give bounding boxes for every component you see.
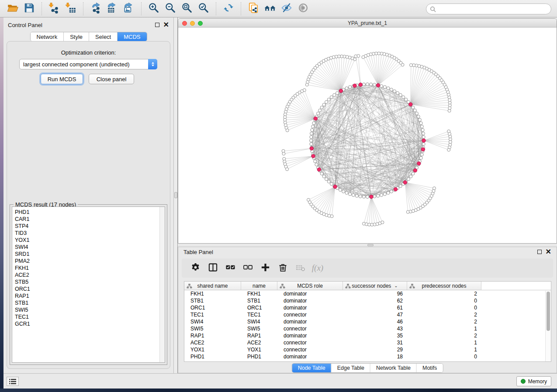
close-panel-button[interactable]: Close panel	[89, 74, 134, 84]
zoom-in-icon[interactable]	[148, 2, 159, 15]
columns-icon[interactable]	[208, 262, 218, 274]
horizontal-splitter[interactable]	[178, 244, 557, 247]
table-scrollbar[interactable]	[545, 291, 551, 361]
mcds-result-item[interactable]: GCR1	[15, 320, 165, 327]
mcds-result-item[interactable]: STB1	[15, 299, 165, 306]
mcds-result-item[interactable]: STB5	[15, 279, 165, 285]
hide-selected-button[interactable]	[280, 2, 293, 15]
tab-node-table[interactable]: Node Table	[292, 364, 332, 372]
table-row[interactable]: RAP1RAP1dominator352	[184, 332, 551, 339]
select-all-icon[interactable]	[225, 262, 235, 274]
delete-icon[interactable]	[278, 262, 288, 274]
search-box[interactable]	[426, 3, 551, 14]
settings-gear-button[interactable]	[188, 261, 203, 275]
tab-select[interactable]: Select	[89, 32, 118, 41]
mcds-result-item[interactable]: SWI4	[15, 244, 165, 251]
cytopanel-toggle-button[interactable]	[7, 377, 19, 386]
zoom-fit-button[interactable]	[180, 2, 194, 15]
tab-motifs[interactable]: Motifs	[417, 364, 443, 372]
tab-edge-table[interactable]: Edge Table	[332, 364, 370, 372]
zoom-selected-icon[interactable]	[198, 2, 209, 15]
table-row[interactable]: SWI5SWI5connector431	[184, 325, 551, 332]
float-window-icon[interactable]	[155, 23, 159, 27]
export-network-icon[interactable]	[90, 2, 101, 15]
network-graph-canvas[interactable]	[178, 28, 557, 243]
select-all-button[interactable]	[223, 261, 238, 275]
clear-selection-button[interactable]	[240, 261, 255, 275]
mcds-result-item[interactable]: SWI5	[15, 306, 165, 313]
table-row[interactable]: STB1STB1dominator620	[184, 297, 551, 304]
close-panel-icon[interactable]: ✕	[163, 23, 169, 27]
zoom-out-icon[interactable]	[165, 2, 176, 15]
zoom-in-button[interactable]	[147, 2, 160, 15]
export-image-button[interactable]	[122, 2, 135, 15]
open-folder-icon[interactable]	[7, 2, 18, 15]
open-folder-button[interactable]	[6, 2, 19, 15]
mcds-result-item[interactable]: ORC1	[15, 285, 165, 292]
column-header-successor-nodes[interactable]: successor nodes⌄	[343, 282, 407, 290]
scrollbar-thumb[interactable]	[547, 292, 550, 331]
close-window-icon[interactable]	[182, 21, 187, 26]
run-mcds-button[interactable]: Run MCDS	[41, 74, 83, 84]
splitter-grip[interactable]	[367, 244, 374, 246]
mcds-result-scrollbar[interactable]	[159, 207, 165, 362]
mcds-result-item[interactable]: FKH1	[15, 265, 165, 272]
column-header-name[interactable]: name	[241, 282, 277, 290]
network-graph-svg[interactable]	[178, 28, 557, 243]
table-row[interactable]: FKH1FKH1dominator962	[184, 290, 551, 297]
duplicate-network-button[interactable]	[247, 2, 260, 15]
show-all-icon[interactable]	[298, 2, 309, 15]
mcds-result-item[interactable]: PMA2	[15, 258, 165, 265]
close-panel-icon[interactable]: ✕	[546, 250, 551, 254]
import-table-icon[interactable]	[65, 2, 76, 15]
refresh-button[interactable]	[222, 2, 235, 15]
tab-network[interactable]: Network	[30, 32, 64, 41]
clear-selection-icon[interactable]	[243, 262, 253, 274]
table-row[interactable]: ACE2ACE2connector311	[184, 339, 551, 346]
export-network-button[interactable]	[89, 2, 102, 15]
save-button[interactable]	[23, 2, 36, 15]
add-icon[interactable]	[260, 262, 270, 274]
import-network-icon[interactable]	[48, 2, 60, 15]
splitter-grip[interactable]	[174, 192, 177, 198]
column-header-predecessor-nodes[interactable]: predecessor nodes	[407, 282, 481, 290]
mcds-result-list[interactable]: PHD1CAR1STP4TID3YOX1SWI4SRD1PMA2FKH1ACE2…	[12, 206, 165, 363]
mcds-result-item[interactable]: CAR1	[15, 216, 165, 223]
table-row[interactable]: ORC1ORC1dominator610	[184, 304, 551, 311]
import-table-button[interactable]	[64, 2, 77, 15]
column-header-shared-name[interactable]: shared name	[184, 282, 241, 290]
mcds-result-item[interactable]: PHD1	[15, 209, 165, 216]
tab-style[interactable]: Style	[64, 32, 89, 41]
zoom-out-button[interactable]	[164, 2, 177, 15]
table-row[interactable]: SWI4SWI4dominator462	[184, 318, 551, 325]
export-table-button[interactable]	[106, 2, 119, 15]
network-window-titlebar[interactable]: YPA_prune.txt_1	[178, 19, 557, 28]
mcds-result-item[interactable]: STP4	[15, 223, 165, 230]
mcds-result-item[interactable]: YOX1	[15, 237, 165, 244]
float-window-icon[interactable]	[537, 250, 542, 254]
mcds-result-item[interactable]: TID3	[15, 230, 165, 237]
table-row[interactable]: PHD1PHD1dominator180	[184, 353, 551, 360]
zoom-selected-button[interactable]	[197, 2, 210, 15]
tab-network-table[interactable]: Network Table	[370, 364, 417, 372]
show-all-button[interactable]	[297, 2, 310, 15]
settings-gear-icon[interactable]	[190, 262, 201, 274]
delete-button[interactable]	[275, 261, 290, 275]
duplicate-network-icon[interactable]	[248, 2, 259, 15]
import-network-button[interactable]	[48, 2, 61, 15]
mcds-result-item[interactable]: ACE2	[15, 272, 165, 279]
zoom-fit-icon[interactable]	[181, 2, 193, 15]
save-icon[interactable]	[24, 2, 35, 15]
first-neighbors-button[interactable]	[263, 2, 277, 15]
export-table-icon[interactable]	[107, 2, 118, 15]
node-table[interactable]: shared namenameMCDS rolesuccessor nodes⌄…	[184, 281, 551, 362]
memory-button[interactable]: Memory	[516, 376, 551, 386]
mcds-result-item[interactable]: SRD1	[15, 251, 165, 258]
first-neighbors-icon[interactable]	[264, 2, 276, 15]
tab-mcds[interactable]: MCDS	[118, 32, 146, 41]
column-header-MCDS-role[interactable]: MCDS role	[277, 282, 343, 290]
refresh-icon[interactable]	[223, 2, 234, 15]
search-input[interactable]	[436, 6, 541, 12]
table-row[interactable]: YOX1YOX1connector291	[184, 346, 551, 353]
add-button[interactable]	[258, 261, 273, 275]
